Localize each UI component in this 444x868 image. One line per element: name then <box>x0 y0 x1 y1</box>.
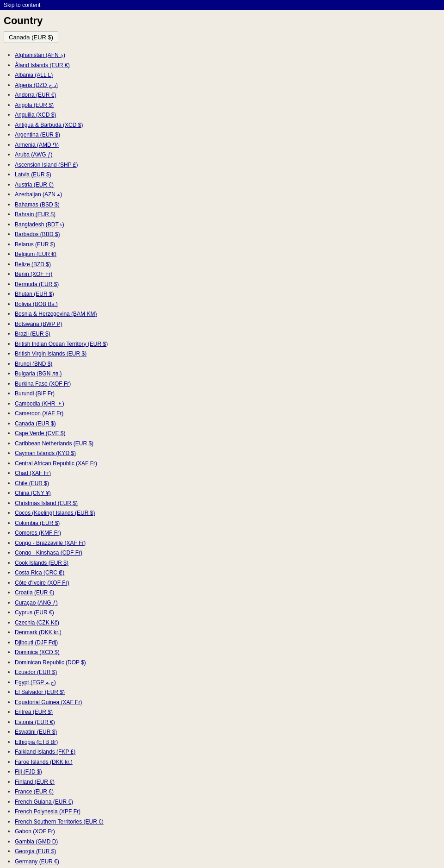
country-link[interactable]: Chad (XAF Fr) <box>15 470 51 476</box>
country-link[interactable]: Congo - Kinshasa (CDF Fr) <box>15 550 82 556</box>
country-link[interactable]: Cyprus (EUR €) <box>15 609 54 616</box>
list-item: Burkina Faso (XOF Fr) <box>15 379 440 388</box>
country-link[interactable]: Angola (EUR $) <box>15 102 54 108</box>
country-link[interactable]: Argentina (EUR $) <box>15 131 60 138</box>
country-link[interactable]: Djibouti (DJF Fdj) <box>15 639 58 646</box>
country-link[interactable]: Croatia (EUR €) <box>15 589 54 596</box>
country-link[interactable]: Bolivia (BOB Bs.) <box>15 301 58 307</box>
country-link[interactable]: Bangladesh (BDT ৳) <box>15 221 64 228</box>
country-link[interactable]: Gabon (XOF Fr) <box>15 828 55 835</box>
country-link[interactable]: Comoros (KMF Fr) <box>15 530 61 536</box>
country-link[interactable]: Czechia (CZK Kč) <box>15 619 59 626</box>
country-link[interactable]: Belarus (EUR $) <box>15 241 55 248</box>
list-item: Bangladesh (BDT ৳) <box>15 220 440 229</box>
country-link[interactable]: French Polynesia (XPF Fr) <box>15 808 80 815</box>
skip-to-content-link[interactable]: Skip to content <box>0 0 444 10</box>
country-link[interactable]: French Guiana (EUR €) <box>15 799 73 805</box>
country-link[interactable]: British Indian Ocean Territory (EUR $) <box>15 341 108 347</box>
list-item: Bahrain (EUR $) <box>15 210 440 219</box>
list-item: Chad (XAF Fr) <box>15 468 440 478</box>
country-link[interactable]: Eswatini (EUR $) <box>15 729 57 735</box>
list-item: Cape Verde (CVE $) <box>15 429 440 438</box>
country-link[interactable]: Congo - Brazzaville (XAF Fr) <box>15 540 86 546</box>
country-link[interactable]: Barbados (BBD $) <box>15 231 60 237</box>
country-link[interactable]: Curaçao (ANG ƒ) <box>15 599 58 606</box>
country-link[interactable]: Central African Republic (XAF Fr) <box>15 460 97 467</box>
country-link[interactable]: Cambodia (KHR ៛) <box>15 400 64 407</box>
country-link[interactable]: Austria (EUR €) <box>15 181 54 188</box>
list-item: Christmas Island (EUR $) <box>15 499 440 508</box>
country-link[interactable]: Burkina Faso (XOF Fr) <box>15 381 71 387</box>
list-item: French Southern Territories (EUR €) <box>15 817 440 826</box>
country-link[interactable]: Bulgaria (BGN лв.) <box>15 370 62 377</box>
country-link[interactable]: Åland Islands (EUR €) <box>15 62 70 69</box>
country-link[interactable]: Cook Islands (EUR $) <box>15 560 68 566</box>
list-item: Congo - Brazzaville (XAF Fr) <box>15 538 440 548</box>
country-link[interactable]: Cayman Islands (KYD $) <box>15 450 76 456</box>
country-link[interactable]: Egypt (EGP ج.م) <box>15 679 56 686</box>
list-item: Cook Islands (EUR $) <box>15 558 440 568</box>
country-link[interactable]: British Virgin Islands (EUR $) <box>15 350 86 357</box>
country-link[interactable]: Costa Rica (CRC ₡) <box>15 569 64 576</box>
country-link[interactable]: French Southern Territories (EUR €) <box>15 818 104 825</box>
country-link[interactable]: Armenia (AMD ֏) <box>15 142 59 148</box>
country-link[interactable]: Ethiopia (ETB Br) <box>15 739 58 745</box>
list-item: British Indian Ocean Territory (EUR $) <box>15 339 440 349</box>
list-item: Belgium (EUR €) <box>15 250 440 259</box>
current-selection-button[interactable]: Canada (EUR $) <box>4 31 58 43</box>
country-link[interactable]: Cocos (Keeling) Islands (EUR $) <box>15 510 95 516</box>
country-link[interactable]: Brunei (BND $) <box>15 361 52 367</box>
country-link[interactable]: El Salvador (EUR $) <box>15 689 65 695</box>
country-link[interactable]: Bahrain (EUR $) <box>15 211 56 218</box>
country-link[interactable]: Canada (EUR $) <box>15 420 56 427</box>
country-link[interactable]: Anguilla (XCD $) <box>15 112 56 118</box>
country-link[interactable]: Eritrea (EUR $) <box>15 709 53 715</box>
country-link[interactable]: Estonia (EUR €) <box>15 719 55 725</box>
country-link[interactable]: Chile (EUR $) <box>15 480 49 487</box>
country-link[interactable]: Colombia (EUR $) <box>15 520 60 526</box>
country-link[interactable]: Christmas Island (EUR $) <box>15 500 78 506</box>
country-link[interactable]: Cameroon (XAF Fr) <box>15 410 63 417</box>
list-item: Bolivia (BOB Bs.) <box>15 300 440 309</box>
country-link[interactable]: Algeria (DZD د.ج) <box>15 82 58 88</box>
country-link[interactable]: Denmark (DKK kr.) <box>15 629 62 636</box>
country-link[interactable]: Finland (EUR €) <box>15 779 55 785</box>
country-link[interactable]: Benin (XOF Fr) <box>15 271 52 277</box>
country-link[interactable]: Gambia (GMD D) <box>15 838 58 845</box>
country-link[interactable]: Bosnia & Herzegovina (BAM KM) <box>15 311 97 317</box>
country-link[interactable]: Latvia (EUR $) <box>15 171 51 178</box>
country-link[interactable]: Georgia (EUR $) <box>15 848 56 855</box>
country-link[interactable]: Aruba (AWG ƒ) <box>15 151 53 158</box>
list-item: Benin (XOF Fr) <box>15 269 440 279</box>
list-item: Algeria (DZD د.ج) <box>15 81 440 90</box>
country-link[interactable]: Azerbaijan (AZN ₼) <box>15 191 62 198</box>
country-link[interactable]: Germany (EUR €) <box>15 858 59 865</box>
country-link[interactable]: Caribbean Netherlands (EUR $) <box>15 440 93 447</box>
country-link[interactable]: Falkland Islands (FKP £) <box>15 749 75 755</box>
country-link[interactable]: Equatorial Guinea (XAF Fr) <box>15 699 82 706</box>
country-link[interactable]: Côte d'Ivoire (XOF Fr) <box>15 580 69 586</box>
country-link[interactable]: Faroe Islands (DKK kr.) <box>15 759 73 765</box>
country-link[interactable]: Fiji (FJD $) <box>15 768 42 775</box>
country-link[interactable]: Bhutan (EUR $) <box>15 291 54 297</box>
country-link[interactable]: Bermuda (EUR $) <box>15 281 59 287</box>
country-link[interactable]: Antigua & Barbuda (XCD $) <box>15 122 83 128</box>
country-link[interactable]: Ascension Island (SHP £) <box>15 162 78 168</box>
country-link[interactable]: Afghanistan (AFN ؋) <box>15 52 65 58</box>
country-link[interactable]: Cape Verde (CVE $) <box>15 430 65 437</box>
country-link[interactable]: Belize (BZD $) <box>15 261 51 268</box>
country-link[interactable]: France (EUR €) <box>15 788 54 795</box>
country-link[interactable]: Burundi (BIF Fr) <box>15 390 55 397</box>
list-item: Burundi (BIF Fr) <box>15 389 440 398</box>
country-link[interactable]: Botswana (BWP P) <box>15 321 62 327</box>
country-link[interactable]: Ecuador (EUR $) <box>15 669 57 675</box>
country-link[interactable]: China (CNY ¥) <box>15 490 51 496</box>
country-link[interactable]: Andorra (EUR €) <box>15 92 56 98</box>
country-link[interactable]: Bahamas (BSD $) <box>15 201 60 208</box>
list-item: Bermuda (EUR $) <box>15 280 440 289</box>
country-link[interactable]: Dominica (XCD $) <box>15 649 60 656</box>
country-link[interactable]: Dominican Republic (DOP $) <box>15 659 86 666</box>
country-link[interactable]: Albania (ALL L) <box>15 72 53 78</box>
country-link[interactable]: Brazil (EUR $) <box>15 331 50 337</box>
country-link[interactable]: Belgium (EUR €) <box>15 251 56 257</box>
